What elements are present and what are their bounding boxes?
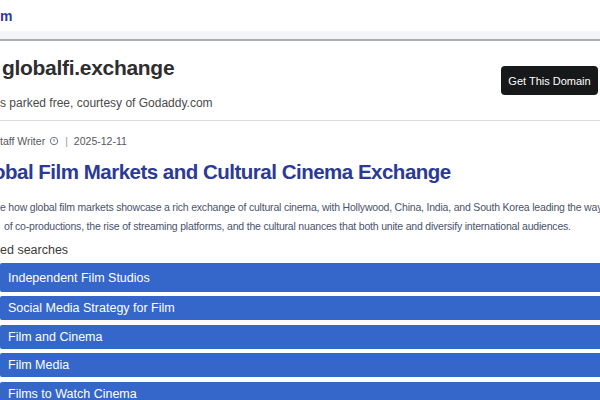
info-icon (49, 136, 59, 146)
parked-domain-page: m globalfi.exchange s parked free, court… (0, 0, 600, 400)
related-searches-label: ed searches (0, 243, 68, 257)
related-search-label: Films to Watch Cinema (8, 387, 137, 400)
related-search-item[interactable]: Film Media (0, 353, 600, 377)
related-search-label: Social Media Strategy for Film (8, 301, 175, 315)
byline-author: taff Writer (0, 135, 45, 147)
related-search-item[interactable]: Film and Cinema (0, 325, 600, 349)
related-search-item[interactable]: Independent Film Studios (0, 263, 600, 292)
domain-name: globalfi.exchange (2, 56, 174, 80)
parked-tagline: s parked free, courtesy of Godaddy.com (0, 96, 213, 110)
related-search-label: Independent Film Studios (8, 271, 150, 285)
related-search-item[interactable]: Social Media Strategy for Film (0, 296, 600, 320)
domain-header: globalfi.exchange s parked free, courtes… (0, 41, 600, 121)
byline-separator: | (65, 135, 68, 147)
related-search-label: Film and Cinema (8, 330, 102, 344)
top-bar: m (0, 0, 600, 41)
top-bar-shadow-strip (0, 31, 600, 39)
related-search-item[interactable]: Films to Watch Cinema (0, 382, 600, 400)
article-body-line-1: e how global film markets showcase a ric… (0, 201, 600, 213)
article-body-line-2: of co-productions, the rise of streaming… (4, 220, 571, 232)
get-this-domain-button[interactable]: Get This Domain (501, 66, 598, 95)
top-nav-link[interactable]: m (0, 8, 12, 24)
byline-date: 2025-12-11 (74, 135, 127, 147)
article-headline: obal Film Markets and Cultural Cinema Ex… (0, 160, 451, 184)
byline: taff Writer | 2025-12-11 (0, 135, 127, 147)
related-search-label: Film Media (8, 358, 69, 372)
